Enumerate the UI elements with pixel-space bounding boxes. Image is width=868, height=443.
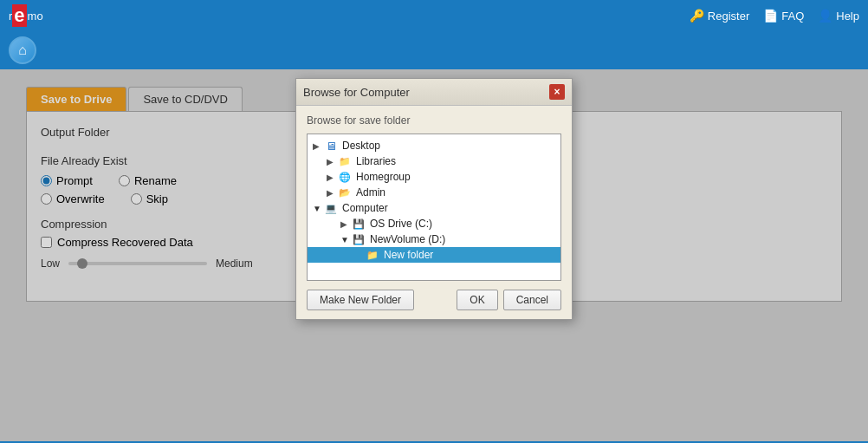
make-new-folder-button[interactable]: Make New Folder [307, 290, 414, 310]
dialog-titlebar: Browse for Computer × [296, 79, 572, 106]
faq-icon: 📄 [763, 9, 778, 23]
newfolder-icon: 📁 [365, 249, 380, 261]
admin-icon: 📂 [337, 186, 353, 199]
cancel-button[interactable]: Cancel [503, 290, 561, 310]
tree-item-osdrive[interactable]: ▶ 💾 OS Drive (C:) [308, 216, 560, 231]
top-nav: 🔑 Register 📄 FAQ 👤 Help [690, 9, 859, 23]
osdrive-icon: 💾 [351, 218, 366, 230]
tree-arrow-homegroup: ▶ [327, 173, 337, 182]
tree-item-newvolume[interactable]: ▼ 💾 NewVolume (D:) [308, 231, 560, 247]
dialog-body: Browse for save folder ▶ 🖥 Desktop ▶ 📁 [296, 106, 572, 319]
help-label: Help [836, 10, 859, 23]
tree-item-desktop[interactable]: ▶ 🖥 Desktop [308, 138, 560, 153]
newvolume-icon: 💾 [351, 233, 366, 245]
tree-item-computer[interactable]: ▼ 💻 Computer [308, 200, 560, 216]
faq-label: FAQ [781, 10, 804, 23]
main-area: Save to Drive Save to CD/DVD Output Fold… [0, 69, 868, 441]
dialog-close-button[interactable]: × [549, 84, 565, 100]
tree-arrow-libraries: ▶ [327, 157, 337, 166]
tree-arrow-computer: ▼ [313, 204, 323, 213]
tree-arrow-admin: ▶ [327, 188, 337, 198]
dialog-buttons: Make New Folder OK Cancel [307, 290, 561, 310]
home-button[interactable]: ⌂ [9, 36, 36, 64]
tree-arrow-osdrive: ▶ [340, 219, 351, 229]
libraries-icon: 📁 [337, 155, 353, 167]
tree-item-libraries[interactable]: ▶ 📁 Libraries [308, 153, 560, 169]
tree-arrow-desktop: ▶ [313, 141, 323, 151]
modal-overlay: Browse for Computer × Browse for save fo… [0, 69, 868, 441]
home-row: ⌂ [0, 31, 868, 69]
ok-button[interactable]: OK [457, 290, 497, 310]
desktop-icon: 🖥 [323, 140, 339, 152]
dialog-subtitle: Browse for save folder [307, 114, 561, 127]
nav-faq[interactable]: 📄 FAQ [763, 9, 804, 23]
dialog-btn-group: OK Cancel [457, 290, 561, 310]
computer-icon: 💻 [323, 202, 339, 214]
tree-item-admin[interactable]: ▶ 📂 Admin [308, 185, 560, 200]
register-label: Register [708, 10, 749, 23]
nav-register[interactable]: 🔑 Register [690, 9, 749, 23]
tree-item-newfolder[interactable]: 📁 New folder [308, 247, 560, 263]
top-bar: remo 🔑 Register 📄 FAQ 👤 Help [0, 0, 868, 31]
dialog-title: Browse for Computer [303, 86, 410, 99]
tree-item-homegroup[interactable]: ▶ 🌐 Homegroup [308, 169, 560, 185]
register-icon: 🔑 [690, 9, 704, 23]
tree-arrow-newvolume: ▼ [340, 235, 351, 244]
nav-help[interactable]: 👤 Help [818, 9, 859, 23]
logo-box: e [12, 4, 26, 27]
logo-suffix: mo [28, 10, 43, 23]
help-icon: 👤 [818, 9, 832, 23]
tree-view[interactable]: ▶ 🖥 Desktop ▶ 📁 Libraries ▶ [307, 134, 561, 281]
logo: remo [9, 4, 43, 27]
browse-dialog: Browse for Computer × Browse for save fo… [295, 78, 573, 320]
homegroup-icon: 🌐 [337, 171, 353, 183]
